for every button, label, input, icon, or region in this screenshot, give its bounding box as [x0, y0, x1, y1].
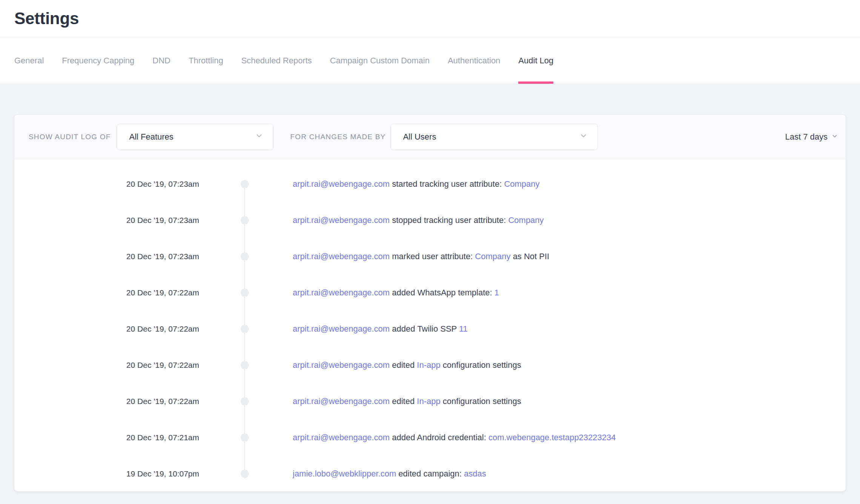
entry-text: added Android credential: [390, 433, 488, 442]
date-range-value: Last 7 days [785, 132, 828, 142]
entry-text: configuration settings [441, 360, 521, 370]
feature-filter-value: All Features [129, 132, 173, 142]
tab-scheduled-reports[interactable]: Scheduled Reports [232, 37, 321, 84]
entry-link[interactable]: Company [504, 179, 539, 189]
entry-description: arpit.rai@webengage.com marked user attr… [293, 252, 549, 261]
entry-link[interactable]: arpit.rai@webengage.com [293, 433, 390, 442]
entry-description: jamie.lobo@webklipper.com edited campaig… [293, 469, 486, 479]
page-header: Settings [0, 0, 860, 37]
entry-link[interactable]: 11 [459, 324, 468, 333]
entry-text: marked user attribute: [390, 252, 475, 261]
entry-text: started tracking user attribute: [390, 179, 504, 189]
entry-timestamp: 20 Dec '19, 07:22am [14, 361, 199, 370]
timeline-marker [199, 275, 293, 311]
audit-log-entry: 20 Dec '19, 07:22amarpit.rai@webengage.c… [14, 275, 846, 311]
audit-log-card: SHOW AUDIT LOG OF All Features FOR CHANG… [14, 114, 846, 492]
audit-log-entry: 20 Dec '19, 07:23amarpit.rai@webengage.c… [14, 238, 846, 275]
timeline-marker [199, 202, 293, 238]
entry-text: edited [390, 396, 417, 406]
user-filter-select[interactable]: All Users [390, 124, 598, 150]
tab-dnd[interactable]: DND [143, 37, 180, 84]
entry-link[interactable]: 1 [494, 288, 499, 297]
timeline-dot-icon [241, 361, 249, 369]
entry-description: arpit.rai@webengage.com edited In-app co… [293, 360, 521, 370]
entry-timestamp: 20 Dec '19, 07:22am [14, 397, 199, 406]
filter-bar: SHOW AUDIT LOG OF All Features FOR CHANG… [14, 115, 846, 159]
entry-link[interactable]: arpit.rai@webengage.com [293, 252, 390, 261]
timeline-dot-icon [241, 252, 249, 261]
entry-timestamp: 20 Dec '19, 07:22am [14, 288, 199, 297]
tab-bar: GeneralFrequency CappingDNDThrottlingSch… [0, 37, 860, 84]
entry-description: arpit.rai@webengage.com started tracking… [293, 179, 540, 189]
entry-text: added Twilio SSP [390, 324, 459, 333]
timeline-marker [199, 383, 293, 419]
audit-log-entry: 20 Dec '19, 07:23amarpit.rai@webengage.c… [14, 202, 846, 238]
audit-log-entry: 20 Dec '19, 07:22amarpit.rai@webengage.c… [14, 347, 846, 383]
entry-text: as Not PII [511, 252, 550, 261]
timeline-marker [199, 166, 293, 202]
entry-link[interactable]: In-app [417, 396, 440, 406]
entry-text: edited campaign: [396, 469, 464, 478]
timeline-dot-icon [241, 397, 249, 406]
audit-log-entry: 20 Dec '19, 07:21amarpit.rai@webengage.c… [14, 419, 846, 456]
entry-description: arpit.rai@webengage.com added Twilio SSP… [293, 324, 468, 334]
timeline-dot-icon [241, 180, 249, 188]
timeline-dot-icon [241, 289, 249, 297]
entry-description: arpit.rai@webengage.com edited In-app co… [293, 396, 521, 406]
timeline-marker [199, 419, 293, 456]
entry-timestamp: 20 Dec '19, 07:21am [14, 433, 199, 442]
feature-filter-select[interactable]: All Features [117, 124, 273, 150]
content-area: SHOW AUDIT LOG OF All Features FOR CHANG… [0, 84, 860, 492]
entry-link[interactable]: arpit.rai@webengage.com [293, 324, 390, 333]
entry-link[interactable]: asdas [464, 469, 486, 478]
show-audit-log-of-label: SHOW AUDIT LOG OF [29, 133, 111, 141]
audit-log-list: 20 Dec '19, 07:23amarpit.rai@webengage.c… [14, 159, 846, 492]
entry-link[interactable]: arpit.rai@webengage.com [293, 215, 390, 225]
audit-log-entry: 20 Dec '19, 07:22amarpit.rai@webengage.c… [14, 383, 846, 419]
chevron-down-icon [255, 132, 263, 142]
entry-timestamp: 19 Dec '19, 10:07pm [14, 469, 199, 478]
timeline-dot-icon [241, 433, 249, 442]
entry-link[interactable]: jamie.lobo@webklipper.com [293, 469, 396, 478]
timeline-marker [199, 347, 293, 383]
page-title: Settings [14, 9, 79, 28]
audit-log-entry: 20 Dec '19, 07:22amarpit.rai@webengage.c… [14, 311, 846, 347]
tab-throttling[interactable]: Throttling [180, 37, 232, 84]
chevron-down-icon [579, 132, 588, 142]
timeline-dot-icon [241, 470, 249, 478]
entry-link[interactable]: Company [508, 215, 544, 225]
tab-general[interactable]: General [5, 37, 53, 84]
entry-timestamp: 20 Dec '19, 07:23am [14, 216, 199, 225]
entry-link[interactable]: arpit.rai@webengage.com [293, 179, 390, 189]
user-filter-value: All Users [403, 132, 436, 142]
timeline-marker [199, 456, 293, 492]
entry-link[interactable]: arpit.rai@webengage.com [293, 360, 390, 370]
audit-log-entry: 20 Dec '19, 07:23amarpit.rai@webengage.c… [14, 166, 846, 202]
entry-text: added WhatsApp template: [390, 288, 494, 297]
entry-link[interactable]: Company [475, 252, 510, 261]
chevron-down-icon [831, 132, 838, 142]
tab-frequency-capping[interactable]: Frequency Capping [53, 37, 143, 84]
entry-link[interactable]: arpit.rai@webengage.com [293, 396, 390, 406]
entry-timestamp: 20 Dec '19, 07:22am [14, 324, 199, 333]
audit-log-entry: 19 Dec '19, 10:07pmjamie.lobo@webklipper… [14, 456, 846, 492]
entry-description: arpit.rai@webengage.com added Android cr… [293, 433, 616, 443]
entry-text: stopped tracking user attribute: [390, 215, 508, 225]
timeline-dot-icon [241, 325, 249, 333]
entry-link[interactable]: In-app [417, 360, 440, 370]
entry-text: configuration settings [441, 396, 521, 406]
tab-campaign-custom-domain[interactable]: Campaign Custom Domain [321, 37, 439, 84]
entry-text: edited [390, 360, 417, 370]
for-changes-made-by-label: FOR CHANGES MADE BY [290, 133, 385, 141]
tab-authentication[interactable]: Authentication [439, 37, 509, 84]
tab-audit-log[interactable]: Audit Log [509, 37, 562, 84]
entry-timestamp: 20 Dec '19, 07:23am [14, 180, 199, 189]
date-range-filter[interactable]: Last 7 days [785, 132, 838, 142]
timeline-marker [199, 238, 293, 275]
timeline-marker [199, 311, 293, 347]
timeline-dot-icon [241, 216, 249, 224]
entry-description: arpit.rai@webengage.com added WhatsApp t… [293, 288, 499, 298]
entry-link[interactable]: arpit.rai@webengage.com [293, 288, 390, 297]
entry-link[interactable]: com.webengage.testapp23223234 [488, 433, 616, 442]
entry-timestamp: 20 Dec '19, 07:23am [14, 252, 199, 261]
